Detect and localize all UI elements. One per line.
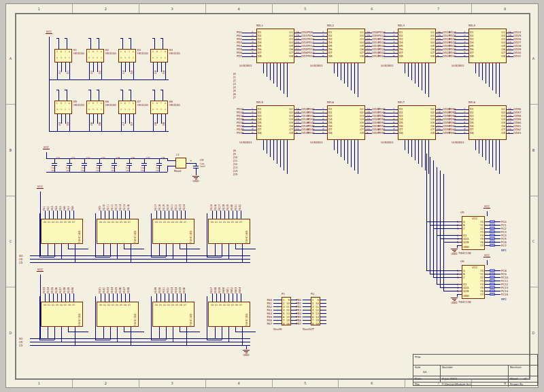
pin-name: GND xyxy=(463,245,469,249)
designator: REL4 xyxy=(469,24,475,27)
sheet-label: Sheet xyxy=(510,377,518,380)
pin-number: 3 xyxy=(455,276,460,279)
part-label: Bead xyxy=(174,169,181,173)
net-label: J7 xyxy=(233,96,240,99)
designator: C6 xyxy=(131,156,135,160)
bus-wire xyxy=(30,255,250,256)
size-value: A4 xyxy=(423,370,426,374)
relay-unit[interactable]: 5678 4321 K2 HK4100 A2 B2 xyxy=(85,38,117,80)
pin-name: D7 xyxy=(183,304,187,306)
designator: REL7 xyxy=(398,101,405,104)
pin-number: 9 xyxy=(437,54,442,58)
net-label: PA7 xyxy=(264,322,272,325)
relay-unit[interactable]: 5678 4321 K6 HK4100 A6 B6 xyxy=(85,90,117,132)
part-label: 74HC165 xyxy=(78,220,81,243)
capacitor[interactable]: C2 Cap 104 xyxy=(65,156,80,174)
net-label: PD15 xyxy=(307,54,321,58)
value-label: 104 xyxy=(96,169,100,172)
relay-unit[interactable]: 5678 4321 K3 HK4100 A3 B3 xyxy=(117,38,149,80)
pin-name: D7 xyxy=(127,304,131,306)
net-label: A5 xyxy=(58,115,62,126)
pin-number: 8 xyxy=(131,50,135,53)
input-bus-1: SOCKLD xyxy=(19,254,250,264)
relay-unit[interactable]: 5678 4321 K8 HK4100 A8 B8 xyxy=(149,90,181,132)
designator: C4 xyxy=(101,156,105,160)
vcc-symbol: VCC xyxy=(35,185,45,189)
pin-number: 8 xyxy=(252,54,256,58)
net-label: IN64 xyxy=(238,283,242,293)
net-label: B4 xyxy=(162,64,166,74)
pin-number: 9 xyxy=(367,54,371,58)
capacitor[interactable]: C7 Cap 104 xyxy=(140,156,155,174)
pin-number: 8 xyxy=(131,102,135,105)
resistor-pack-label: RP1 xyxy=(501,249,507,252)
bus-wire xyxy=(30,259,250,260)
net-label: IN48 xyxy=(126,283,131,293)
relay-unit[interactable]: 5678 4321 K5 HK4100 A5 B5 xyxy=(53,90,85,132)
pin-number: 16 xyxy=(316,322,319,325)
input-bus-2: SOCKLD xyxy=(19,337,250,347)
net-label: PD7 xyxy=(237,54,250,58)
pin-name: Y7 xyxy=(476,293,483,296)
net-label: OD23 xyxy=(443,54,449,58)
pin-name: O8 xyxy=(352,131,364,135)
designator: C1 xyxy=(56,156,60,160)
pin-name: D7 xyxy=(71,304,75,306)
pin-name: D8 xyxy=(399,131,407,135)
pin-name: D8 xyxy=(328,131,337,135)
net-label: PD47 xyxy=(307,131,321,135)
vcc-symbol: VCC xyxy=(41,145,51,149)
decoder-section: U5 VCC VCC 123 ABC 645 G1G2AG2B Y0Y1Y2Y3… xyxy=(422,207,537,305)
net-label: A2 xyxy=(90,64,94,74)
relay-unit[interactable]: 5678 4321 K1 HK4100 A1 B1 xyxy=(53,38,85,80)
part-label: 74HC165 xyxy=(245,303,248,326)
part-label: DouOUT xyxy=(303,327,314,331)
capacitor[interactable]: C5 Cap 104 xyxy=(110,156,125,174)
bus-wire xyxy=(30,345,250,346)
bus-wire xyxy=(30,338,250,339)
net-label: PC15 xyxy=(501,293,511,296)
designator: C2 xyxy=(71,156,75,160)
capacitor[interactable]: C4 Cap 104 xyxy=(95,156,110,174)
polarity-plus: + xyxy=(190,159,192,162)
relay-unit[interactable]: 5678 4321 K4 HK4100 A4 B4 xyxy=(149,38,181,80)
package-label: ULN2803 xyxy=(452,141,464,144)
file-label: File xyxy=(415,382,420,386)
part-label: HK4100 xyxy=(73,52,84,55)
relay-unit[interactable]: 5678 4321 K7 HK4100 A7 B7 xyxy=(117,90,149,132)
capacitor[interactable]: C3 Cap 104 xyxy=(80,156,95,174)
net-label: IN32 xyxy=(238,200,242,211)
net-label: OD31 xyxy=(513,54,520,58)
net-label: PD55 xyxy=(378,131,392,135)
part-label: DouIN xyxy=(273,327,282,331)
designator: U5 xyxy=(460,211,464,214)
net-label: IN8 xyxy=(71,200,75,211)
value-label: 104 xyxy=(156,169,160,172)
net-label: A4 xyxy=(154,64,158,74)
pin-name: D7 xyxy=(183,221,187,224)
pin-number: 9 xyxy=(508,131,513,135)
net-label: B6 xyxy=(98,115,102,126)
value-label: 104 xyxy=(81,169,85,172)
capacitor[interactable]: C6 Cap 104 xyxy=(125,156,140,174)
net-label: A3 xyxy=(122,64,126,74)
capacitor[interactable]: C8 Cap 104 xyxy=(155,156,170,174)
vcc-symbol: VCC xyxy=(482,253,492,257)
gnd-symbol: GND xyxy=(450,297,458,304)
drawn-by-label: Drawn By xyxy=(510,382,523,386)
capacitor[interactable]: C1 Cap 104 xyxy=(50,156,65,174)
part-label: HK4100 xyxy=(169,52,180,55)
pin-name: D8 xyxy=(470,131,478,135)
part-label: 74HC165 xyxy=(189,220,192,243)
pin-name: O8 xyxy=(282,131,293,135)
designator: C3 xyxy=(86,156,90,160)
pin-number: 8 xyxy=(99,50,103,53)
designator: C8 xyxy=(161,156,165,160)
pin-number: 1 xyxy=(163,56,167,59)
net-label: IN24 xyxy=(182,200,186,211)
bead-body[interactable] xyxy=(175,158,186,168)
title-block: Title Size A4 Number Revision Date 4-Jun… xyxy=(413,354,538,386)
pin-number: 5 xyxy=(455,289,460,293)
pin-name: D8 xyxy=(258,131,266,135)
pin-number: 1 xyxy=(99,56,103,59)
